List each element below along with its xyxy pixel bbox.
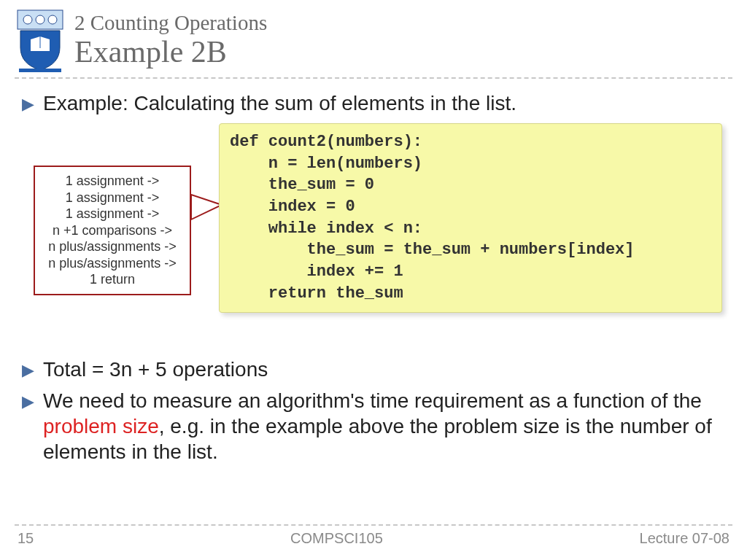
lecture-number: Lecture 07-08 (640, 530, 729, 547)
bullet-arrow-icon: ▶ (22, 361, 34, 380)
svg-point-1 (23, 15, 32, 24)
callout-line: 1 return (39, 271, 185, 288)
slide-footer: 15 COMPSCI105 Lecture 07-08 (0, 524, 747, 547)
bullet-arrow-icon: ▶ (22, 392, 34, 411)
svg-point-2 (36, 15, 44, 24)
callout-line: n plus/assignments -> (39, 255, 185, 272)
footer-divider (15, 524, 732, 526)
bullet-arrow-icon: ▶ (22, 95, 34, 114)
callout-line: 1 assignment -> (39, 173, 185, 190)
svg-point-3 (48, 15, 57, 24)
course-code: COMPSCI105 (290, 530, 383, 547)
slide-title: Example 2B (74, 35, 267, 69)
bullet-total: ▶ Total = 3n + 5 operations (22, 357, 725, 382)
bullet-text: Total = 3n + 5 operations (43, 357, 268, 382)
callout-line: n +1 comparisons -> (39, 222, 185, 239)
bullet-example: ▶ Example: Calculating the sum of elemen… (22, 90, 725, 116)
bullet-text: We need to measure an algorithm's time r… (43, 388, 725, 464)
callout-line: 1 assignment -> (39, 190, 185, 206)
bullet-text-prefix: We need to measure an algorithm's time r… (43, 389, 702, 412)
section-subtitle: 2 Counting Operations (74, 12, 267, 35)
bullet-text: Example: Calculating the sum of elements… (43, 90, 516, 116)
page-number: 15 (18, 530, 34, 547)
operation-count-callout: 1 assignment -> 1 assignment -> 1 assign… (34, 166, 191, 295)
slide-header: 2 Counting Operations Example 2B (0, 0, 747, 73)
bullet-problem-size: ▶ We need to measure an algorithm's time… (22, 388, 725, 464)
slide-content: ▶ Example: Calculating the sum of elemen… (0, 79, 747, 464)
svg-rect-6 (19, 69, 61, 72)
svg-marker-7 (191, 195, 222, 219)
diagram-area: 1 assignment -> 1 assignment -> 1 assign… (22, 123, 725, 335)
university-logo (15, 7, 66, 73)
callout-line: n plus/assignments -> (39, 238, 185, 255)
callout-line: 1 assignment -> (39, 206, 185, 222)
code-block: def count2(numbers): n = len(numbers) th… (219, 123, 722, 313)
highlight-problem-size: problem size (43, 415, 159, 438)
